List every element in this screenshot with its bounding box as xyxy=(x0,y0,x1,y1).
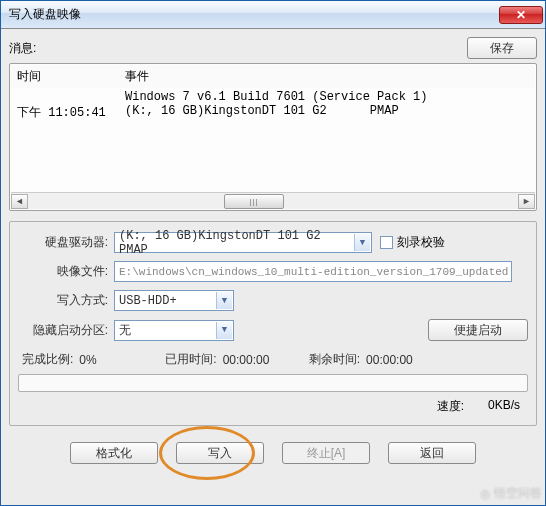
format-button[interactable]: 格式化 xyxy=(70,442,158,464)
log-header-event[interactable]: 事件 xyxy=(125,68,529,85)
log-event: (K:, 16 GB)KingstonDT 101 G2 PMAP xyxy=(125,104,529,121)
scroll-track[interactable]: ||| xyxy=(28,194,518,209)
done-label: 完成比例: xyxy=(22,351,73,368)
message-label: 消息: xyxy=(9,40,467,57)
checkbox-box xyxy=(380,236,393,249)
done-value: 0% xyxy=(79,353,159,367)
window-title: 写入硬盘映像 xyxy=(9,6,499,23)
log-header: 时间 事件 xyxy=(11,65,535,88)
hidden-label: 隐藏启动分区: xyxy=(18,322,114,339)
client-area: 消息: 保存 时间 事件 Windows 7 v6.1 Build 7601 (… xyxy=(1,29,545,505)
drive-row: 硬盘驱动器: (K:, 16 GB)KingstonDT 101 G2 PMAP… xyxy=(18,232,528,253)
hidden-row: 隐藏启动分区: 无 ▼ 便捷启动 xyxy=(18,319,528,341)
scroll-right-icon[interactable]: ► xyxy=(518,194,535,209)
watermark: ◎ 悟空问答 xyxy=(480,485,542,502)
log-body: Windows 7 v6.1 Build 7601 (Service Pack … xyxy=(11,88,535,192)
watermark-icon: ◎ xyxy=(480,487,490,501)
status-row: 完成比例: 0% 已用时间: 00:00:00 剩余时间: 00:00:00 xyxy=(18,349,528,370)
close-icon: ✕ xyxy=(516,8,526,22)
action-button-row: 格式化 写入 终止[A] 返回 xyxy=(9,442,537,464)
back-button[interactable]: 返回 xyxy=(388,442,476,464)
log-event: Windows 7 v6.1 Build 7601 (Service Pack … xyxy=(125,90,529,104)
horizontal-scrollbar[interactable]: ◄ ||| ► xyxy=(11,192,535,209)
log-time: 下午 11:05:41 xyxy=(17,104,125,121)
verify-label: 刻录校验 xyxy=(397,234,445,251)
hidden-combo[interactable]: 无 ▼ xyxy=(114,320,234,341)
speed-label: 速度: xyxy=(437,398,464,415)
close-button[interactable]: ✕ xyxy=(499,6,543,24)
method-combo[interactable]: USB-HDD+ ▼ xyxy=(114,290,234,311)
drive-combo[interactable]: (K:, 16 GB)KingstonDT 101 G2 PMAP ▼ xyxy=(114,232,372,253)
remain-value: 00:00:00 xyxy=(366,353,426,367)
scroll-thumb[interactable]: ||| xyxy=(224,194,284,209)
titlebar[interactable]: 写入硬盘映像 ✕ xyxy=(1,1,545,29)
scroll-left-icon[interactable]: ◄ xyxy=(11,194,28,209)
form-panel: 硬盘驱动器: (K:, 16 GB)KingstonDT 101 G2 PMAP… xyxy=(9,221,537,426)
log-header-time[interactable]: 时间 xyxy=(17,68,125,85)
drive-value: (K:, 16 GB)KingstonDT 101 G2 PMAP xyxy=(119,229,353,257)
log-panel: 时间 事件 Windows 7 v6.1 Build 7601 (Service… xyxy=(9,63,537,211)
method-value: USB-HDD+ xyxy=(119,294,177,308)
hidden-value: 无 xyxy=(119,322,131,339)
method-label: 写入方式: xyxy=(18,292,114,309)
image-label: 映像文件: xyxy=(18,263,114,280)
verify-checkbox[interactable]: 刻录校验 xyxy=(380,234,445,251)
method-row: 写入方式: USB-HDD+ ▼ xyxy=(18,290,528,311)
image-row: 映像文件: E:\windows\cn_windows_10_multi-edi… xyxy=(18,261,528,282)
image-field[interactable]: E:\windows\cn_windows_10_multi-edition_v… xyxy=(114,261,512,282)
image-value: E:\windows\cn_windows_10_multi-edition_v… xyxy=(119,266,508,278)
dialog-window: 写入硬盘映像 ✕ 消息: 保存 时间 事件 Windows 7 v6.1 Bui… xyxy=(0,0,546,506)
abort-button: 终止[A] xyxy=(282,442,370,464)
drive-label: 硬盘驱动器: xyxy=(18,234,114,251)
message-row: 消息: 保存 xyxy=(9,37,537,59)
convenient-boot-button[interactable]: 便捷启动 xyxy=(428,319,528,341)
chevron-down-icon: ▼ xyxy=(216,292,232,309)
remain-label: 剩余时间: xyxy=(309,351,360,368)
save-button[interactable]: 保存 xyxy=(467,37,537,59)
log-time xyxy=(17,90,125,104)
chevron-down-icon: ▼ xyxy=(354,234,370,251)
progress-bar xyxy=(18,374,528,392)
elapsed-label: 已用时间: xyxy=(165,351,216,368)
speed-value: 0KB/s xyxy=(488,398,520,415)
chevron-down-icon: ▼ xyxy=(216,322,232,339)
elapsed-value: 00:00:00 xyxy=(223,353,303,367)
log-row: 下午 11:05:41 (K:, 16 GB)KingstonDT 101 G2… xyxy=(17,104,529,121)
watermark-text: 悟空问答 xyxy=(494,485,542,502)
speed-row: 速度: 0KB/s xyxy=(18,392,528,417)
log-row: Windows 7 v6.1 Build 7601 (Service Pack … xyxy=(17,90,529,104)
write-button[interactable]: 写入 xyxy=(176,442,264,464)
